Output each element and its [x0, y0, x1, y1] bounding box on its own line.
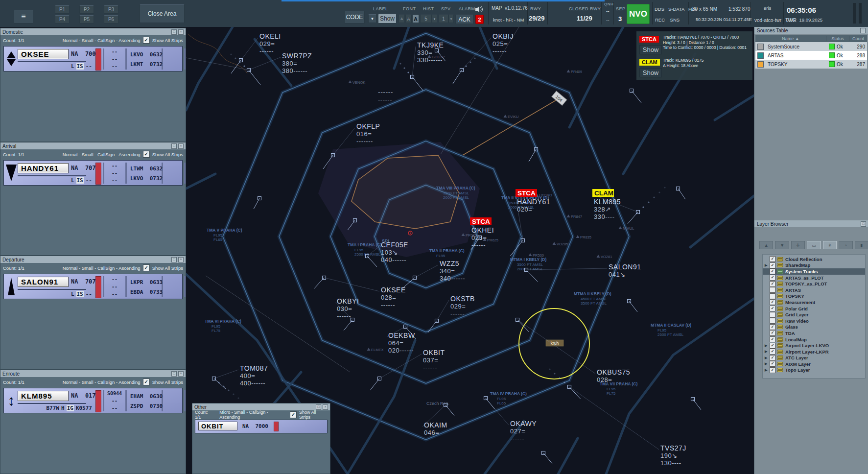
collapse-icon[interactable]: □ — [171, 143, 177, 149]
show-all-strips-checkbox[interactable]: ✓ — [143, 151, 150, 158]
layer-tool-1[interactable]: ▼ — [775, 241, 789, 249]
layer-checkbox[interactable]: ✓ — [770, 306, 775, 311]
source-row-systemsource[interactable]: SystemSourceOk290 — [755, 42, 867, 51]
strip-callsign[interactable]: OKBIT — [198, 422, 237, 430]
sort-mode[interactable]: Normal - Small - CallSign - Ascending — [63, 152, 141, 157]
expand-arrow-icon[interactable]: ▶ — [765, 362, 768, 366]
layer-item-grid-layer[interactable]: Grid Layer — [763, 311, 865, 318]
strip-callsign[interactable]: SALON91 — [18, 277, 69, 287]
expand-arrow-icon[interactable]: ▶ — [765, 356, 768, 360]
flight-strip-salon91[interactable]: SALON91NA 7072LIS---- -- --LKPR 0633 EBD… — [3, 274, 183, 299]
sort-mode[interactable]: Micro - Small - CallSign - Ascending — [219, 410, 287, 420]
spv-select[interactable]: 1 — [439, 15, 448, 23]
position-button-p1[interactable]: P1 — [55, 5, 70, 14]
close-icon[interactable]: × — [323, 404, 328, 410]
layer-checkbox[interactable]: ✓ — [770, 281, 775, 287]
layer-tool-0[interactable]: ▲ — [759, 241, 773, 249]
flight-strip-klm895[interactable]: ↕KLM895NA 0175B77WHIGK0577S0944 -- --EHA… — [3, 388, 183, 413]
layer-item-glass[interactable]: ✓Glass — [763, 324, 865, 331]
layer-checkbox[interactable]: ✓ — [770, 355, 775, 361]
stca-show-button[interactable]: Show — [639, 45, 662, 54]
layer-checkbox[interactable]: ✓ — [770, 299, 775, 305]
nvo-button[interactable]: NVO — [627, 4, 650, 24]
strip-callsign[interactable]: OKSEE — [18, 49, 69, 59]
show-all-strips-checkbox[interactable]: ✓ — [143, 379, 150, 385]
layer-item-topsky[interactable]: TOPSKY — [763, 293, 865, 300]
flight-strip-handy61[interactable]: HANDY61NA 7070LIS---- -- --LTWM 0632 LKV… — [3, 160, 183, 186]
strip-callsign[interactable]: HANDY61 — [18, 163, 69, 173]
close-area-button[interactable]: Close Area — [140, 4, 185, 23]
close-icon[interactable]: × — [178, 257, 184, 262]
font-size-medium-button[interactable]: A — [405, 15, 412, 23]
layer-item-topo-layer[interactable]: ▶✓Topo Layer — [763, 367, 865, 374]
collapse-icon[interactable]: □ — [171, 257, 177, 262]
layer-item-cloud-reflection[interactable]: ✓Cloud Reflection — [763, 256, 865, 262]
sort-mode[interactable]: Normal - Small - CallSign - Ascending — [63, 379, 141, 385]
layer-checkbox[interactable]: ✓ — [770, 336, 775, 342]
layer-checkbox[interactable] — [770, 293, 775, 299]
collapse-icon[interactable]: □ — [171, 371, 177, 377]
hist-select[interactable]: 5 — [420, 15, 432, 23]
layer-item-topsky-as-plot[interactable]: ✓TOPSKY_as_PLOT — [763, 281, 865, 287]
layer-item-aixm-layer[interactable]: ▶✓AIXM Layer — [763, 361, 865, 367]
expand-arrow-icon[interactable]: ▶ — [765, 344, 768, 348]
layer-checkbox[interactable]: ✓ — [770, 343, 775, 349]
label-show-button[interactable]: Show — [378, 14, 397, 24]
layer-checkbox[interactable]: ✓ — [770, 349, 775, 355]
spv-select-arrow-icon[interactable]: ▾ — [448, 15, 454, 23]
layer-checkbox[interactable]: ✓ — [770, 330, 775, 336]
close-icon[interactable]: × — [178, 29, 184, 35]
layer-tool-3[interactable]: ▭ — [807, 241, 821, 249]
font-size-large-button[interactable]: A — [412, 15, 419, 23]
layer-checkbox[interactable]: ✓ — [770, 275, 775, 281]
layer-checkbox[interactable]: ✓ — [770, 367, 775, 373]
layer-item-system-tracks[interactable]: ✓System Tracks — [763, 268, 865, 275]
expand-arrow-icon[interactable]: ▶ — [765, 368, 768, 372]
layer-checkbox[interactable]: ✓ — [770, 256, 775, 262]
position-button-p4[interactable]: P4 — [55, 15, 70, 24]
layer-item-airport-layer-lkpr[interactable]: ▶✓Airport Layer-LKPR — [763, 349, 865, 355]
position-button-p5[interactable]: P5 — [79, 15, 94, 24]
layer-item-atc-layer[interactable]: ▶✓ATC Layer — [763, 355, 865, 361]
speaker-icon[interactable] — [475, 6, 483, 12]
collapse-icon[interactable]: □ — [171, 29, 177, 35]
layer-checkbox[interactable] — [770, 312, 775, 318]
position-button-p6[interactable]: P6 — [104, 15, 118, 24]
alarm-count-badge[interactable]: 2 — [475, 15, 484, 24]
code-button[interactable]: CODE — [344, 11, 365, 24]
layer-item-tda[interactable]: ✓TDA — [763, 330, 865, 336]
layer-tool-2[interactable]: ✛ — [791, 241, 805, 249]
sort-mode[interactable]: Normal - Small - CallSign - Ascending — [63, 265, 141, 271]
layer-tool-5[interactable]: ◔ — [839, 241, 852, 249]
close-icon[interactable]: × — [178, 143, 184, 149]
layer-item-artas-as-plot[interactable]: ✓ARTAS_as_PLOT — [763, 275, 865, 281]
layer-tool-6[interactable]: ▮ — [855, 241, 868, 249]
show-all-strips-checkbox[interactable]: ✓ — [143, 37, 150, 44]
layer-checkbox[interactable] — [770, 287, 775, 293]
sort-mode[interactable]: Normal - Small - CallSign - Ascending — [63, 38, 141, 43]
flight-strip-oksee[interactable]: OKSEENA 7000LIS---- -- --LKVO 0632 LKMT … — [3, 46, 183, 71]
position-button-p2[interactable]: P2 — [79, 5, 94, 14]
layer-tool-4[interactable]: ✳ — [823, 241, 837, 249]
clam-show-button[interactable]: Show — [639, 68, 662, 77]
font-size-small-button[interactable]: A — [399, 15, 405, 23]
other-strip-window[interactable]: Other □ × Count: 1/1 Micro - Small - Cal… — [192, 403, 330, 474]
collapse-icon[interactable]: □ — [861, 221, 866, 227]
layer-checkbox[interactable]: ✓ — [770, 361, 775, 367]
alarm-ack-button[interactable]: ACK — [455, 15, 473, 24]
layer-checkbox[interactable]: ✓ — [770, 324, 775, 330]
layer-item-airport-layer-lkvo[interactable]: ▶✓Airport Layer-LKVO — [763, 342, 865, 349]
track--[interactable]: ------------ — [378, 88, 393, 103]
position-button-p3[interactable]: P3 — [104, 5, 118, 14]
layer-item-sharedmap[interactable]: ▶✓SharedMap — [763, 262, 865, 269]
show-all-strips-checkbox[interactable]: ✓ — [143, 264, 150, 271]
layer-checkbox[interactable] — [770, 318, 775, 324]
layer-item-localmap[interactable]: ✓LocalMap — [763, 336, 865, 343]
source-row-artas[interactable]: ARTASOk288 — [755, 51, 867, 60]
expand-arrow-icon[interactable]: ▶ — [765, 263, 768, 267]
layer-checkbox[interactable]: ✓ — [770, 262, 775, 268]
layer-item-polar-grid[interactable]: ✓Polar Grid — [763, 306, 865, 312]
label-filter-button[interactable]: ▼ — [368, 14, 376, 23]
layer-item-raw-video[interactable]: Raw Video — [763, 318, 865, 324]
expand-arrow-icon[interactable]: ▶ — [765, 350, 768, 354]
